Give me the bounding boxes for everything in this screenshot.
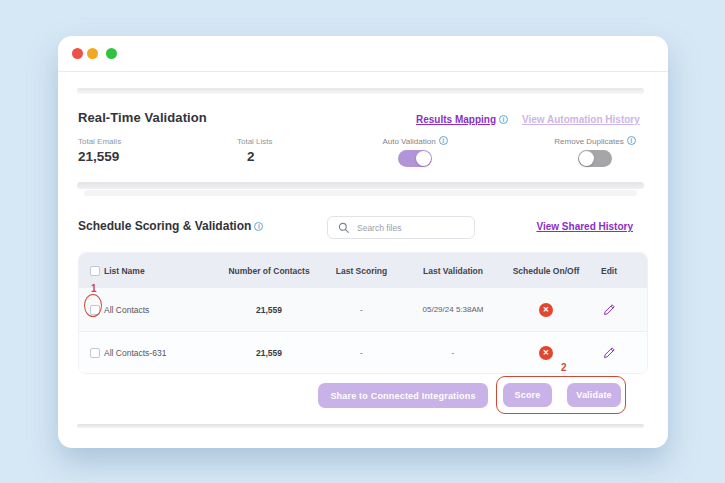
- last-validation-cell: 05/29/24 5:38AM: [409, 305, 497, 314]
- search-icon: [338, 222, 349, 233]
- auto-validation-group: Auto Validationi: [373, 136, 457, 167]
- select-all-checkbox[interactable]: [90, 266, 100, 276]
- total-emails-stat: Total Emails 21,559: [78, 137, 121, 164]
- table-header-row: List Name Number of Contacts Last Scorin…: [79, 253, 647, 288]
- info-icon[interactable]: i: [627, 136, 636, 145]
- header-edit: Edit: [595, 266, 648, 276]
- zoom-window-button[interactable]: [106, 48, 117, 59]
- close-window-button[interactable]: [72, 48, 83, 59]
- page-background: Real-Time Validation Results Mappingi Vi…: [0, 0, 725, 483]
- header-last-validation: Last Validation: [409, 266, 497, 276]
- last-scoring-cell: -: [314, 305, 409, 315]
- list-name-cell: All Contacts: [104, 305, 224, 315]
- share-to-integrations-button[interactable]: Share to Connected Integrations: [318, 383, 488, 408]
- total-lists-label: Total Lists: [237, 137, 273, 146]
- header-schedule-on-off: Schedule On/Off: [497, 266, 595, 276]
- annotation-box-score-validate: [496, 376, 626, 414]
- schedule-off-icon[interactable]: ✕: [539, 303, 553, 317]
- info-icon[interactable]: i: [439, 136, 448, 145]
- auto-validation-label: Auto Validationi: [382, 136, 447, 146]
- window-titlebar: [58, 36, 668, 72]
- toggle-knob: [579, 151, 594, 166]
- remove-duplicates-toggle[interactable]: [578, 150, 612, 167]
- schedule-off-icon[interactable]: ✕: [539, 346, 553, 360]
- annotation-step-2: 2: [561, 362, 567, 373]
- view-shared-history-link[interactable]: View Shared History: [536, 221, 633, 232]
- annotation-step-1: 1: [91, 283, 97, 294]
- edit-pencil-icon[interactable]: [603, 303, 616, 316]
- total-lists-stat: Total Lists 2: [237, 137, 273, 164]
- toggle-knob: [416, 151, 431, 166]
- remove-duplicates-group: Remove Duplicatesi: [553, 136, 637, 167]
- list-name-cell: All Contacts-631: [104, 348, 224, 358]
- section-divider: [77, 182, 644, 189]
- edit-pencil-icon[interactable]: [603, 346, 616, 359]
- total-lists-value: 2: [247, 149, 273, 164]
- total-emails-value: 21,559: [78, 149, 121, 164]
- annotation-circle-checkbox: [84, 294, 102, 317]
- section-divider-top: [77, 88, 644, 94]
- info-icon[interactable]: i: [254, 222, 263, 231]
- last-scoring-cell: -: [314, 348, 409, 358]
- search-box: [327, 216, 475, 239]
- section-divider-bottom: [77, 424, 644, 428]
- contacts-cell: 21,559: [224, 305, 314, 315]
- total-emails-label: Total Emails: [78, 137, 121, 146]
- header-last-scoring: Last Scoring: [314, 266, 409, 276]
- header-number-of-contacts: Number of Contacts: [224, 266, 314, 276]
- info-icon[interactable]: i: [499, 115, 508, 124]
- schedule-table: List Name Number of Contacts Last Scorin…: [78, 252, 648, 374]
- results-mapping-link[interactable]: Results Mappingi: [416, 114, 508, 125]
- minimize-window-button[interactable]: [87, 48, 98, 59]
- view-automation-history-link[interactable]: View Automation History: [522, 114, 640, 125]
- contacts-cell: 21,559: [224, 348, 314, 358]
- app-window: Real-Time Validation Results Mappingi Vi…: [58, 36, 668, 448]
- section-divider-shadow: [84, 190, 637, 196]
- search-input[interactable]: [357, 223, 457, 233]
- table-row: All Contacts 21,559 - 05/29/24 5:38AM ✕: [79, 288, 647, 331]
- schedule-scoring-title: Schedule Scoring & Validationi: [78, 219, 263, 233]
- remove-duplicates-label: Remove Duplicatesi: [554, 136, 635, 146]
- row-checkbox[interactable]: [90, 348, 100, 358]
- header-list-name: List Name: [104, 266, 224, 276]
- auto-validation-toggle[interactable]: [398, 150, 432, 167]
- last-validation-cell: -: [409, 348, 497, 358]
- realtime-validation-title: Real-Time Validation: [78, 110, 207, 125]
